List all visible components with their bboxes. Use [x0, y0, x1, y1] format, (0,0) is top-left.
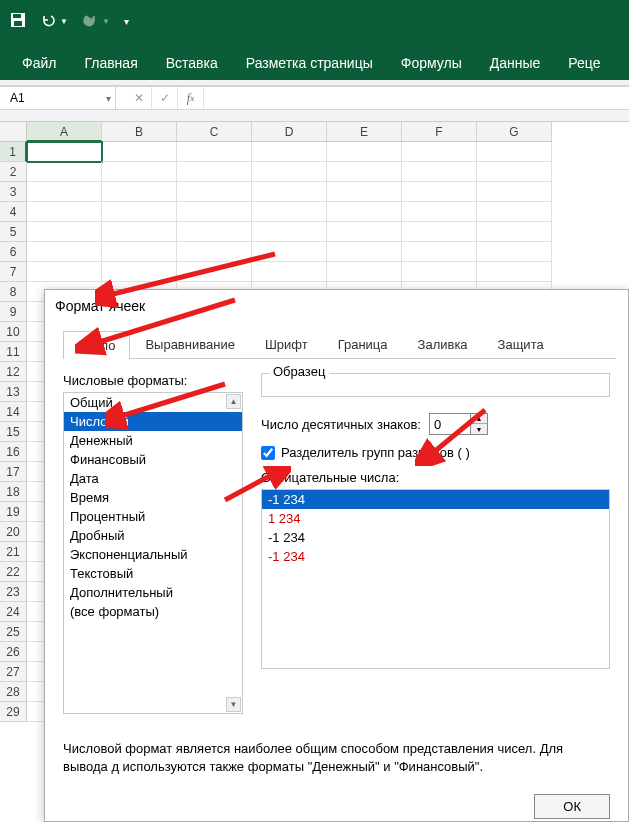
cell[interactable]: [252, 242, 327, 262]
row-header[interactable]: 12: [0, 362, 27, 382]
row-header[interactable]: 23: [0, 582, 27, 602]
ribbon-tab-review[interactable]: Реце: [554, 46, 614, 80]
cell[interactable]: [102, 162, 177, 182]
cell[interactable]: [177, 262, 252, 282]
row-header[interactable]: 19: [0, 502, 27, 522]
tab-font[interactable]: Шрифт: [250, 330, 323, 358]
name-box-dropdown-icon[interactable]: ▾: [106, 93, 111, 104]
cell[interactable]: [402, 222, 477, 242]
row-header[interactable]: 22: [0, 562, 27, 582]
cell[interactable]: [177, 202, 252, 222]
cell[interactable]: [102, 262, 177, 282]
cell[interactable]: [252, 182, 327, 202]
ribbon-tab-formulas[interactable]: Формулы: [387, 46, 476, 80]
format-list-item[interactable]: Общий: [64, 393, 242, 412]
row-header[interactable]: 2: [0, 162, 27, 182]
tab-border[interactable]: Граница: [323, 330, 403, 358]
row-header[interactable]: 26: [0, 642, 27, 662]
cell[interactable]: [327, 182, 402, 202]
cell[interactable]: [177, 142, 252, 162]
cell[interactable]: [27, 162, 102, 182]
cell[interactable]: [327, 142, 402, 162]
scroll-up-icon[interactable]: ▲: [226, 394, 241, 409]
cell[interactable]: [477, 202, 552, 222]
cell[interactable]: [477, 222, 552, 242]
row-header[interactable]: 17: [0, 462, 27, 482]
format-list-item[interactable]: Денежный: [64, 431, 242, 450]
row-header[interactable]: 3: [0, 182, 27, 202]
row-header[interactable]: 4: [0, 202, 27, 222]
undo-icon[interactable]: [40, 12, 56, 31]
scroll-down-icon[interactable]: ▼: [226, 697, 241, 712]
row-header[interactable]: 20: [0, 522, 27, 542]
thousands-separator-input[interactable]: [261, 446, 275, 460]
formula-input[interactable]: [204, 87, 629, 109]
save-icon[interactable]: [10, 12, 26, 31]
negative-numbers-listbox[interactable]: -1 2341 234-1 234-1 234: [261, 489, 610, 669]
tab-protection[interactable]: Защита: [483, 330, 559, 358]
ribbon-tab-data[interactable]: Данные: [476, 46, 555, 80]
tab-alignment[interactable]: Выравнивание: [130, 330, 249, 358]
cell[interactable]: [27, 222, 102, 242]
cell[interactable]: [327, 162, 402, 182]
format-list-item[interactable]: Процентный: [64, 507, 242, 526]
row-header[interactable]: 5: [0, 222, 27, 242]
ok-button[interactable]: ОК: [534, 794, 610, 819]
column-header[interactable]: C: [177, 122, 252, 142]
row-header[interactable]: 21: [0, 542, 27, 562]
name-box[interactable]: [4, 91, 84, 105]
undo-dropdown-icon[interactable]: ▼: [60, 17, 68, 26]
format-list-item[interactable]: (все форматы): [64, 602, 242, 621]
row-header[interactable]: 9: [0, 302, 27, 322]
cell[interactable]: [102, 182, 177, 202]
select-all-corner[interactable]: [0, 122, 27, 142]
row-header[interactable]: 18: [0, 482, 27, 502]
cell[interactable]: [102, 222, 177, 242]
cell[interactable]: [177, 162, 252, 182]
insert-function-icon[interactable]: fx: [178, 87, 204, 109]
cell[interactable]: [177, 222, 252, 242]
cell[interactable]: [252, 142, 327, 162]
qat-customize-icon[interactable]: ▾: [124, 16, 129, 27]
cell[interactable]: [477, 162, 552, 182]
row-header[interactable]: 8: [0, 282, 27, 302]
negative-format-item[interactable]: 1 234: [262, 509, 609, 528]
cell[interactable]: [477, 242, 552, 262]
column-header[interactable]: D: [252, 122, 327, 142]
tab-number[interactable]: Число: [63, 331, 130, 359]
ribbon-tab-insert[interactable]: Вставка: [152, 46, 232, 80]
cell[interactable]: [402, 202, 477, 222]
column-header[interactable]: E: [327, 122, 402, 142]
row-header[interactable]: 24: [0, 602, 27, 622]
tab-fill[interactable]: Заливка: [403, 330, 483, 358]
cell[interactable]: [402, 242, 477, 262]
spinner-down-icon[interactable]: ▼: [471, 424, 487, 434]
cell[interactable]: [402, 162, 477, 182]
format-list-item[interactable]: Дата: [64, 469, 242, 488]
row-header[interactable]: 6: [0, 242, 27, 262]
name-box-wrap[interactable]: ▾: [0, 87, 116, 109]
format-list-item[interactable]: Экспоненциальный: [64, 545, 242, 564]
ribbon-tab-page-layout[interactable]: Разметка страницы: [232, 46, 387, 80]
row-header[interactable]: 29: [0, 702, 27, 722]
number-formats-listbox[interactable]: ▲ ▼ ОбщийЧисловойДенежныйФинансовыйДатаВ…: [63, 392, 243, 714]
cell[interactable]: [402, 182, 477, 202]
decimal-places-input[interactable]: [430, 414, 470, 434]
format-list-item[interactable]: Числовой: [64, 412, 242, 431]
cell[interactable]: [252, 262, 327, 282]
row-header[interactable]: 15: [0, 422, 27, 442]
row-header[interactable]: 1: [0, 142, 27, 162]
cell[interactable]: [477, 142, 552, 162]
ribbon-tab-file[interactable]: Файл: [8, 46, 70, 80]
format-list-item[interactable]: Время: [64, 488, 242, 507]
cell[interactable]: [102, 142, 177, 162]
cell[interactable]: [27, 182, 102, 202]
row-header[interactable]: 13: [0, 382, 27, 402]
cell[interactable]: [27, 242, 102, 262]
cell[interactable]: [477, 182, 552, 202]
column-header[interactable]: A: [27, 122, 102, 142]
cell[interactable]: [27, 142, 102, 162]
column-header[interactable]: F: [402, 122, 477, 142]
cell[interactable]: [477, 262, 552, 282]
row-header[interactable]: 7: [0, 262, 27, 282]
